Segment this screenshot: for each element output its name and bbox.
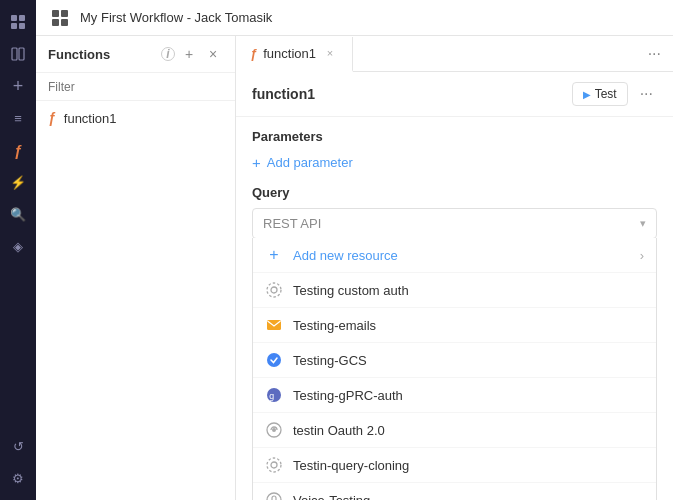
svg-rect-9 [61,19,68,26]
test-label: Test [595,87,617,101]
svg-rect-2 [11,23,17,29]
sidebar-info-icon[interactable]: i [161,47,175,61]
voice-icon [265,491,283,500]
svg-point-10 [271,287,277,293]
left-toolbar: + ≡ ƒ ⚡ 🔍 ◈ ↺ ⚙ [0,0,36,500]
svg-rect-0 [11,15,17,21]
function-icon: ƒ [48,110,56,126]
add-resource-arrow-icon: › [640,248,644,263]
svg-point-18 [267,458,281,472]
tab-function1[interactable]: ƒ function1 × [236,37,353,72]
svg-rect-4 [12,48,17,60]
query-dropdown-wrapper: REST API ▾ + Add new resource › [252,208,657,500]
menu-item-gcs[interactable]: Testing-GCS [253,343,656,378]
sidebar-item-function1[interactable]: ƒ function1 [36,105,235,131]
toolbar-flash[interactable]: ⚡ [4,168,32,196]
sidebar-item-label: function1 [64,111,117,126]
sidebar-title: Functions [48,47,157,62]
oauth-label: testin Oauth 2.0 [293,423,385,438]
add-resource-label: Add new resource [293,248,398,263]
test-arrow-icon: ▶ [583,89,591,100]
tab-more-button[interactable]: ··· [636,45,673,63]
svg-rect-6 [52,10,59,17]
toolbar-package[interactable]: ◈ [4,232,32,260]
sidebar-filter [36,73,235,101]
grpc-icon: g [265,386,283,404]
tab-close-button[interactable]: × [322,45,338,61]
sidebar-actions: + × [179,44,223,64]
svg-point-13 [267,353,281,367]
emails-label: Testing-emails [293,318,376,333]
sidebar-list: ƒ function1 [36,101,235,500]
emails-icon [265,316,283,334]
svg-rect-1 [19,15,25,21]
app-logo [48,6,72,30]
sidebar: Functions i + × ƒ function1 [36,36,236,500]
menu-item-oauth[interactable]: testin Oauth 2.0 [253,413,656,448]
menu-item-add-resource[interactable]: + Add new resource › [253,238,656,273]
panel-content: function1 ▶ Test ··· Parameters + Add pa… [236,72,673,500]
function-title: function1 [252,86,564,102]
svg-point-11 [267,283,281,297]
oauth-icon [265,421,283,439]
dropdown-chevron-icon: ▾ [640,217,646,230]
grpc-label: Testing-gPRC-auth [293,388,403,403]
function-header: function1 ▶ Test ··· [236,72,673,117]
toolbar-function[interactable]: ƒ [4,136,32,164]
add-parameter-button[interactable]: + Add parameter [252,152,657,173]
svg-rect-7 [61,10,68,17]
tab-bar: ƒ function1 × ··· [236,36,673,72]
svg-point-19 [271,462,277,468]
query-placeholder: REST API [263,216,321,231]
toolbar-history[interactable]: ↺ [4,432,32,460]
voice-label: Voice-Testing [293,493,370,501]
custom-auth-icon [265,281,283,299]
app-title: My First Workflow - Jack Tomasik [80,10,272,25]
top-bar: My First Workflow - Jack Tomasik [36,0,673,36]
parameters-title: Parameters [252,129,657,144]
sidebar-close-button[interactable]: × [203,44,223,64]
query-title: Query [252,185,657,200]
svg-rect-5 [19,48,24,60]
sidebar-add-button[interactable]: + [179,44,199,64]
svg-rect-8 [52,19,59,26]
tab-label: function1 [263,46,316,61]
menu-item-emails[interactable]: Testing-emails [253,308,656,343]
gcs-label: Testing-GCS [293,353,367,368]
toolbar-menu[interactable]: ≡ [4,104,32,132]
add-param-plus-icon: + [252,154,261,171]
query-cloning-label: Testin-query-cloning [293,458,409,473]
panel-more-button[interactable]: ··· [636,85,657,103]
right-panel: ƒ function1 × ··· function1 ▶ Test ··· [236,36,673,500]
query-section: Query REST API ▾ + Add new resource › [236,185,673,500]
dropdown-menu: + Add new resource › [252,238,657,500]
toolbar-logo[interactable] [4,8,32,36]
custom-auth-label: Testing custom auth [293,283,409,298]
toolbar-expand[interactable] [4,40,32,68]
menu-item-query-cloning[interactable]: Testin-query-cloning [253,448,656,483]
filter-input[interactable] [48,80,223,94]
menu-item-voice[interactable]: Voice-Testing [253,483,656,500]
menu-item-grpc[interactable]: g Testing-gPRC-auth [253,378,656,413]
svg-text:g: g [269,391,274,401]
toolbar-add[interactable]: + [4,72,32,100]
tab-function-icon: ƒ [250,46,257,61]
svg-point-17 [272,428,276,432]
parameters-section: Parameters + Add parameter [236,117,673,185]
toolbar-search[interactable]: 🔍 [4,200,32,228]
menu-item-custom-auth[interactable]: Testing custom auth [253,273,656,308]
gcs-icon [265,351,283,369]
query-cloning-icon [265,456,283,474]
add-resource-icon: + [265,246,283,264]
svg-rect-3 [19,23,25,29]
toolbar-settings[interactable]: ⚙ [4,464,32,492]
add-param-label: Add parameter [267,155,353,170]
query-dropdown[interactable]: REST API ▾ [252,208,657,239]
sidebar-header: Functions i + × [36,36,235,73]
test-button[interactable]: ▶ Test [572,82,628,106]
